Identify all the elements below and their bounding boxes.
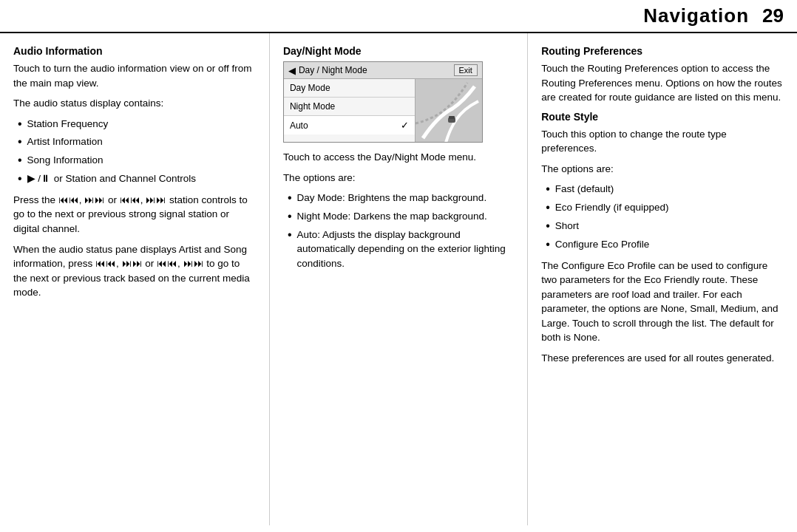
dnm-para1: Touch to access the Day/Night Mode menu. bbox=[283, 150, 514, 165]
dnm-option-auto[interactable]: Auto ✓ bbox=[284, 116, 415, 134]
list-item: Night Mode: Darkens the map background. bbox=[288, 209, 514, 225]
dnm-title-text: Day / Night Mode bbox=[299, 65, 367, 75]
routing-prefs-para1: Touch the Routing Preferences option to … bbox=[541, 61, 784, 105]
dnm-auto-label: Auto bbox=[290, 120, 308, 131]
audio-info-para1: Touch to turn the audio information view… bbox=[13, 61, 256, 90]
audio-info-para3: Press the ⏮⏮, ⏭⏭ or ⏮⏮, ⏭⏭ station contr… bbox=[13, 193, 256, 236]
dnm-day-label: Day Mode bbox=[290, 83, 330, 93]
dnm-options-list: Day Mode Night Mode Auto ✓ bbox=[284, 79, 416, 142]
bullet-play-pause: ▶ /⏸ or Station and Channel Controls bbox=[27, 171, 196, 186]
main-content: Audio Information Touch to turn the audi… bbox=[0, 33, 797, 525]
dnm-option-day[interactable]: Day Mode bbox=[284, 79, 415, 98]
list-item: Fast (default) bbox=[546, 182, 784, 197]
dnm-map-preview bbox=[416, 79, 482, 142]
routing-prefs-heading: Routing Preferences bbox=[541, 45, 784, 57]
route-style-para4: The Configure Eco Profile can be used to… bbox=[541, 259, 784, 345]
bullet-night-mode: Night Mode: Darkens the map background. bbox=[296, 209, 486, 224]
dnm-title-left: ◀ Day / Night Mode bbox=[288, 65, 367, 76]
list-item: Auto: Adjusts the display background aut… bbox=[288, 228, 514, 271]
bullet-fast: Fast (default) bbox=[555, 182, 614, 197]
bullet-short: Short bbox=[555, 219, 579, 233]
list-item: Day Mode: Brightens the map background. bbox=[288, 191, 514, 206]
route-style-para3: The options are: bbox=[541, 162, 784, 177]
bullet-eco-friendly: Eco Friendly (if equipped) bbox=[555, 200, 669, 215]
audio-info-para4: When the audio status pane displays Arti… bbox=[13, 242, 256, 300]
bullet-station-freq: Station Frequency bbox=[27, 117, 109, 132]
back-arrow-icon: ◀ bbox=[288, 65, 296, 76]
bullet-auto-mode: Auto: Adjusts the display background aut… bbox=[296, 228, 514, 271]
dnm-content: Day Mode Night Mode Auto ✓ bbox=[284, 79, 482, 142]
list-item: Station Frequency bbox=[18, 117, 256, 132]
exit-button[interactable]: Exit bbox=[454, 64, 478, 76]
left-column: Audio Information Touch to turn the audi… bbox=[0, 33, 270, 525]
route-style-heading: Route Style bbox=[541, 111, 784, 123]
mid-column: Day/Night Mode ◀ Day / Night Mode Exit D… bbox=[270, 33, 528, 525]
route-style-para5: These preferences are used for all route… bbox=[541, 351, 784, 366]
bullet-day-mode: Day Mode: Brightens the map background. bbox=[296, 191, 486, 205]
list-item: Artist Information bbox=[18, 134, 256, 150]
audio-info-bullets: Station Frequency Artist Information Son… bbox=[13, 117, 256, 187]
dnm-title-bar: ◀ Day / Night Mode Exit bbox=[284, 62, 482, 79]
list-item: Short bbox=[546, 219, 784, 234]
route-style-bullets: Fast (default) Eco Friendly (if equipped… bbox=[541, 182, 784, 252]
checkmark-icon: ✓ bbox=[401, 120, 409, 131]
list-item: Eco Friendly (if equipped) bbox=[546, 200, 784, 216]
dnm-bullets: Day Mode: Brightens the map background. … bbox=[283, 191, 514, 270]
dnm-night-label: Night Mode bbox=[290, 101, 335, 112]
bullet-configure-eco: Configure Eco Profile bbox=[555, 237, 650, 252]
list-item: ▶ /⏸ or Station and Channel Controls bbox=[18, 171, 256, 187]
day-night-heading: Day/Night Mode bbox=[283, 45, 514, 57]
list-item: Configure Eco Profile bbox=[546, 237, 784, 253]
svg-rect-2 bbox=[449, 116, 455, 119]
bullet-song-info: Song Information bbox=[27, 153, 104, 168]
day-night-mode-box: ◀ Day / Night Mode Exit Day Mode Night M… bbox=[283, 61, 483, 143]
dnm-para2: The options are: bbox=[283, 171, 514, 185]
page-header: Navigation 29 bbox=[0, 0, 797, 33]
right-column: Routing Preferences Touch the Routing Pr… bbox=[528, 33, 797, 525]
audio-info-para2: The audio status display contains: bbox=[13, 96, 256, 111]
list-item: Song Information bbox=[18, 153, 256, 168]
dnm-option-night[interactable]: Night Mode bbox=[284, 98, 415, 116]
page-title: Navigation bbox=[643, 4, 749, 27]
page-number: 29 bbox=[762, 4, 784, 27]
route-style-para2: Touch this option to change the route ty… bbox=[541, 127, 784, 156]
bullet-artist-info: Artist Information bbox=[27, 134, 103, 149]
audio-info-heading: Audio Information bbox=[13, 45, 256, 57]
